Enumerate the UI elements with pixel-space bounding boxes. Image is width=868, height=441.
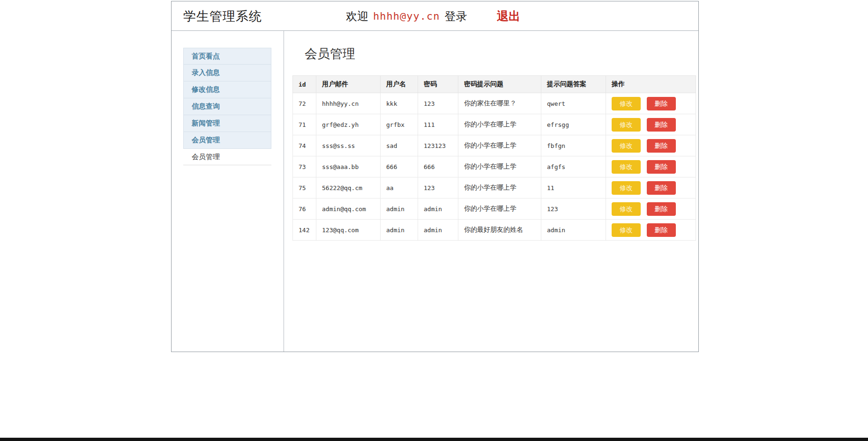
column-header-password: 密码: [418, 76, 458, 93]
cell-username: kkk: [381, 93, 418, 114]
cell-question: 你的小学在哪上学: [458, 114, 541, 135]
cell-email: grf@edz.yh: [316, 114, 381, 135]
sidebar: 首页看点 录入信息 修改信息 信息查询 新闻管理 会员管理 会员管理: [172, 31, 284, 352]
cell-actions: 修改 删除: [606, 198, 696, 220]
app-title: 学生管理系统: [183, 1, 262, 31]
sidebar-menu: 首页看点 录入信息 修改信息 信息查询 新闻管理 会员管理 会员管理: [183, 48, 271, 165]
delete-button[interactable]: 删除: [647, 160, 676, 174]
cell-question: 你的小学在哪上学: [458, 135, 541, 156]
cell-email: sss@ss.ss: [316, 135, 381, 156]
member-table: id 用户邮件 用户名 密码 密码提示问题 提示问题答案 操作 72 hhhh@…: [292, 75, 696, 241]
cell-actions: 修改 删除: [606, 93, 696, 114]
cell-answer: admin: [541, 220, 606, 241]
cell-password: 666: [418, 156, 458, 177]
sidebar-item-query[interactable]: 信息查询: [183, 98, 271, 115]
table-row: 76 admin@qq.com admin admin 你的小学在哪上学 123…: [293, 198, 696, 220]
edit-button[interactable]: 修改: [612, 223, 641, 237]
cell-question: 你的家住在哪里？: [458, 93, 541, 114]
table-row: 74 sss@ss.ss sad 123123 你的小学在哪上学 fbfgn 修…: [293, 135, 696, 156]
cell-actions: 修改 删除: [606, 220, 696, 241]
delete-button[interactable]: 删除: [647, 118, 676, 132]
cell-answer: qwert: [541, 93, 606, 114]
edit-button[interactable]: 修改: [612, 97, 641, 110]
cell-password: 123: [418, 93, 458, 114]
cell-answer: fbfgn: [541, 135, 606, 156]
logout-link[interactable]: 退出: [497, 1, 520, 31]
app-window: 学生管理系统 欢迎 hhhh@yy.cn 登录 退出 首页看点 录入信息 修改信…: [171, 1, 699, 352]
table-row: 72 hhhh@yy.cn kkk 123 你的家住在哪里？ qwert 修改 …: [293, 93, 696, 114]
column-header-actions: 操作: [606, 76, 696, 93]
delete-button[interactable]: 删除: [647, 181, 676, 195]
sidebar-subitem-members[interactable]: 会员管理: [183, 149, 271, 165]
edit-button[interactable]: 修改: [612, 118, 641, 132]
cell-id: 73: [293, 156, 316, 177]
cell-answer: afgfs: [541, 156, 606, 177]
content-area: 首页看点 录入信息 修改信息 信息查询 新闻管理 会员管理 会员管理 会员管理: [172, 31, 698, 352]
bottom-edge-bar: [0, 438, 868, 441]
column-header-username: 用户名: [381, 76, 418, 93]
table-row: 71 grf@edz.yh grfbx 111 你的小学在哪上学 efrsgg …: [293, 114, 696, 135]
cell-email: sss@aaa.bb: [316, 156, 381, 177]
cell-username: aa: [381, 177, 418, 198]
edit-button[interactable]: 修改: [612, 181, 641, 195]
column-header-id: id: [293, 76, 316, 93]
sidebar-item-entry[interactable]: 录入信息: [183, 65, 271, 81]
cell-username: admin: [381, 220, 418, 241]
table-header-row: id 用户邮件 用户名 密码 密码提示问题 提示问题答案 操作: [293, 76, 696, 93]
sidebar-item-news[interactable]: 新闻管理: [183, 115, 271, 132]
cell-username: admin: [381, 198, 418, 220]
sidebar-item-members[interactable]: 会员管理: [183, 132, 271, 149]
cell-password: admin: [418, 220, 458, 241]
edit-button[interactable]: 修改: [612, 202, 641, 216]
delete-button[interactable]: 删除: [647, 202, 676, 216]
delete-button[interactable]: 删除: [647, 97, 676, 110]
cell-question: 你的小学在哪上学: [458, 198, 541, 220]
table-row: 73 sss@aaa.bb 666 666 你的小学在哪上学 afgfs 修改 …: [293, 156, 696, 177]
cell-email: 123@qq.com: [316, 220, 381, 241]
cell-email: admin@qq.com: [316, 198, 381, 220]
logged-in-user-email: hhhh@yy.cn: [373, 10, 440, 22]
cell-password: admin: [418, 198, 458, 220]
cell-email: 56222@qq.cm: [316, 177, 381, 198]
cell-id: 76: [293, 198, 316, 220]
welcome-suffix: 登录: [444, 9, 467, 24]
table-row: 142 123@qq.com admin admin 你的最好朋友的姓名 adm…: [293, 220, 696, 241]
delete-button[interactable]: 删除: [647, 223, 676, 237]
cell-id: 142: [293, 220, 316, 241]
welcome-prefix: 欢迎: [346, 9, 368, 24]
cell-username: sad: [381, 135, 418, 156]
cell-answer: 123: [541, 198, 606, 220]
cell-actions: 修改 删除: [606, 177, 696, 198]
edit-button[interactable]: 修改: [612, 160, 641, 174]
edit-button[interactable]: 修改: [612, 139, 641, 153]
delete-button[interactable]: 删除: [647, 139, 676, 153]
column-header-question: 密码提示问题: [458, 76, 541, 93]
cell-actions: 修改 删除: [606, 114, 696, 135]
table-row: 75 56222@qq.cm aa 123 你的小学在哪上学 11 修改 删除: [293, 177, 696, 198]
cell-question: 你的最好朋友的姓名: [458, 220, 541, 241]
member-table-wrap: id 用户邮件 用户名 密码 密码提示问题 提示问题答案 操作 72 hhhh@…: [292, 75, 698, 241]
cell-answer: efrsgg: [541, 114, 606, 135]
main-panel: 会员管理 id 用户邮件 用户名 密码 密码提示问题: [284, 31, 698, 352]
column-header-answer: 提示问题答案: [541, 76, 606, 93]
cell-email: hhhh@yy.cn: [316, 93, 381, 114]
cell-id: 72: [293, 93, 316, 114]
sidebar-item-home[interactable]: 首页看点: [183, 48, 271, 65]
sidebar-item-modify[interactable]: 修改信息: [183, 81, 271, 98]
cell-password: 123: [418, 177, 458, 198]
app-header: 学生管理系统 欢迎 hhhh@yy.cn 登录 退出: [172, 1, 698, 31]
cell-question: 你的小学在哪上学: [458, 156, 541, 177]
cell-id: 75: [293, 177, 316, 198]
cell-id: 74: [293, 135, 316, 156]
cell-id: 71: [293, 114, 316, 135]
cell-actions: 修改 删除: [606, 156, 696, 177]
cell-question: 你的小学在哪上学: [458, 177, 541, 198]
cell-password: 123123: [418, 135, 458, 156]
page-title: 会员管理: [305, 45, 698, 62]
column-header-email: 用户邮件: [316, 76, 381, 93]
cell-actions: 修改 删除: [606, 135, 696, 156]
cell-answer: 11: [541, 177, 606, 198]
welcome-message: 欢迎 hhhh@yy.cn 登录: [346, 1, 467, 31]
cell-username: 666: [381, 156, 418, 177]
cell-password: 111: [418, 114, 458, 135]
